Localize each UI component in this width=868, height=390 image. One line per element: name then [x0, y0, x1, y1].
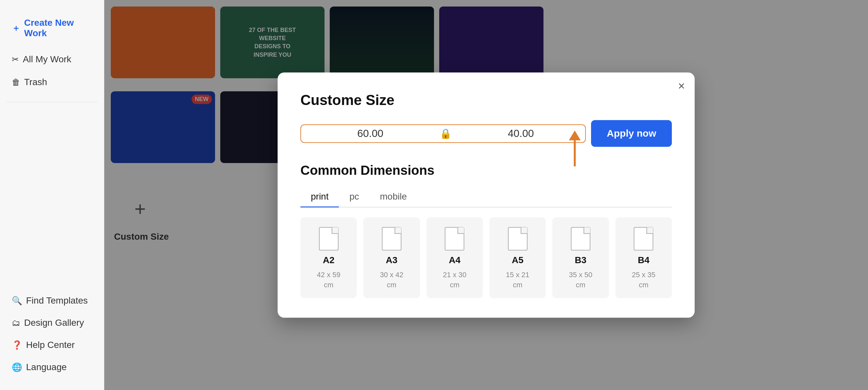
orange-arrow	[569, 131, 581, 166]
sidebar: ＋ Create New Work ✂ All My Work 🗑 Trash …	[0, 0, 104, 390]
dim-size-a5: 15 x 21cm	[506, 270, 529, 290]
all-work-label: All My Work	[23, 54, 71, 64]
dim-name-a4: A4	[449, 255, 460, 266]
tab-print[interactable]: print	[301, 188, 339, 207]
plus-icon: ＋	[12, 23, 20, 34]
help-center-label: Help Center	[26, 340, 74, 350]
sidebar-item-trash[interactable]: 🗑 Trash	[6, 73, 97, 92]
arrow-head	[569, 131, 581, 140]
search-icon: 🔍	[12, 296, 22, 306]
modal-title: Custome Size	[301, 92, 672, 108]
layers-icon: 🗂	[12, 318, 20, 328]
custom-size-modal: × Custome Size 🔒 in ▾ Apply now Comm	[278, 73, 695, 317]
size-inputs-row: 🔒 in ▾ Apply now	[301, 120, 672, 147]
arrow-shaft	[574, 140, 576, 166]
dim-size-b3: 35 x 50cm	[569, 270, 592, 290]
sidebar-bottom: 🔍 Find Templates 🗂 Design Gallery ❓ Help…	[6, 291, 97, 377]
modal-close-button[interactable]: ×	[678, 80, 685, 92]
height-input[interactable]	[456, 128, 586, 140]
doc-icon-a2	[319, 227, 339, 250]
dim-size-a4: 21 x 30cm	[443, 270, 466, 290]
dimension-card-a2[interactable]: A2 42 x 59cm	[301, 217, 357, 298]
scissors-icon: ✂	[12, 54, 19, 64]
doc-icon-b4	[634, 227, 653, 250]
dimension-card-b3[interactable]: B3 35 x 50cm	[552, 217, 609, 298]
dimension-card-b4[interactable]: B4 25 x 35cm	[616, 217, 672, 298]
tab-pc[interactable]: pc	[339, 188, 370, 207]
apply-now-button[interactable]: Apply now	[591, 120, 672, 147]
dim-size-a2: 42 x 59cm	[317, 270, 340, 290]
dimension-tabs: print pc mobile	[301, 188, 672, 207]
doc-icon-a3	[382, 227, 401, 250]
design-gallery-label: Design Gallery	[24, 317, 84, 328]
dimension-cards-grid: A2 42 x 59cm A3 30 x 42cm A4 21 x 30cm	[301, 217, 672, 298]
tab-mobile[interactable]: mobile	[370, 188, 417, 207]
dim-size-a3: 30 x 42cm	[380, 270, 403, 290]
find-templates-label: Find Templates	[26, 296, 88, 306]
doc-icon-b3	[571, 227, 590, 250]
main-content: 27 OF THE BEST WEBSITEDESIGNS TO INSPIRE…	[104, 0, 868, 390]
dim-name-a5: A5	[512, 255, 524, 266]
sidebar-item-find-templates[interactable]: 🔍 Find Templates	[6, 291, 97, 310]
sidebar-item-all-work[interactable]: ✂ All My Work	[6, 50, 97, 69]
globe-icon: 🌐	[12, 362, 22, 372]
doc-icon-a4	[445, 227, 464, 250]
dim-name-a2: A2	[323, 255, 335, 266]
dim-name-b4: B4	[638, 255, 649, 266]
dimensions-title: Common Dimensions	[301, 163, 672, 178]
create-new-work-button[interactable]: ＋ Create New Work	[6, 13, 97, 43]
help-icon: ❓	[12, 340, 22, 350]
create-label: Create New Work	[24, 18, 92, 38]
sidebar-item-language[interactable]: 🌐 Language	[6, 357, 97, 377]
dim-name-a3: A3	[386, 255, 398, 266]
width-input[interactable]	[305, 128, 436, 140]
lock-icon: 🔒	[439, 128, 452, 139]
dim-size-b4: 25 x 35cm	[632, 270, 655, 290]
language-label: Language	[26, 362, 67, 372]
sidebar-divider	[6, 102, 97, 102]
dimension-card-a4[interactable]: A4 21 x 30cm	[427, 217, 483, 298]
dimension-card-a3[interactable]: A3 30 x 42cm	[363, 217, 420, 298]
dim-name-b3: B3	[575, 255, 587, 266]
sidebar-item-design-gallery[interactable]: 🗂 Design Gallery	[6, 313, 97, 333]
doc-icon-a5	[508, 227, 528, 250]
trash-icon: 🗑	[12, 77, 20, 87]
trash-label: Trash	[24, 77, 47, 87]
sidebar-item-help-center[interactable]: ❓ Help Center	[6, 335, 97, 355]
dimension-card-a5[interactable]: A5 15 x 21cm	[489, 217, 546, 298]
size-inputs-box: 🔒 in ▾	[301, 124, 586, 143]
